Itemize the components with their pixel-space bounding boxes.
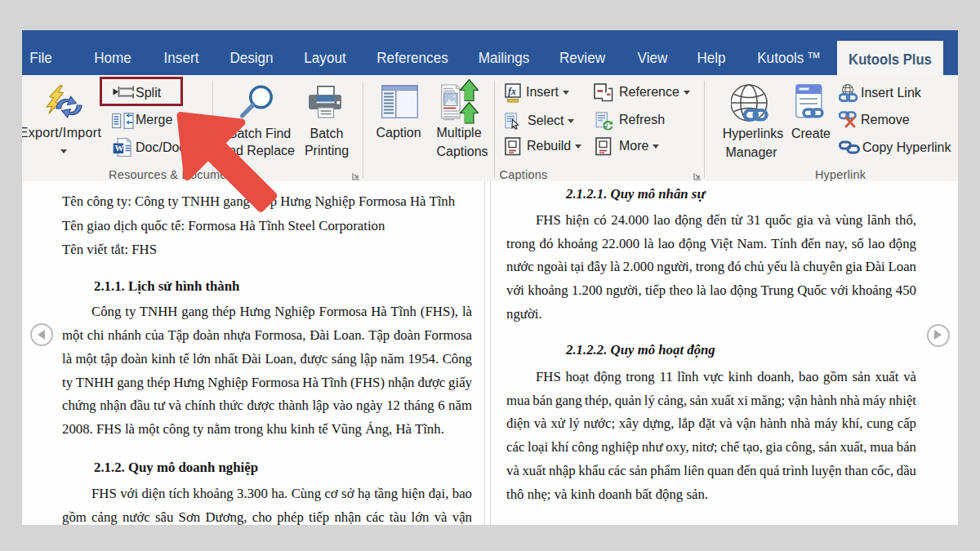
svg-text:W: W — [115, 143, 124, 153]
svg-text:fx: fx — [508, 86, 516, 97]
